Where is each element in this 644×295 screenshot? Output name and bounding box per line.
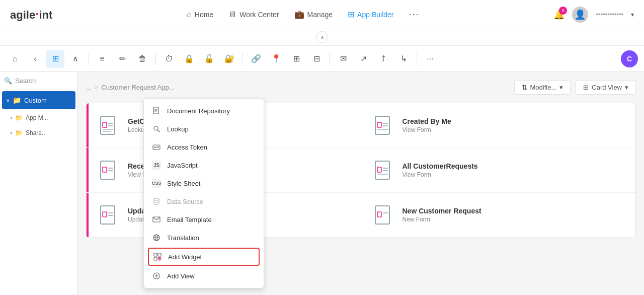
widget-icon — [153, 252, 162, 261]
toolbar-share2[interactable]: ⤴ — [374, 50, 392, 68]
top-nav-center: ⌂ Home 🖥 Work Center 💼 Manage ⊞ App Buil… — [187, 9, 419, 20]
sort-button[interactable]: ⇅ Modifie... ▾ — [514, 80, 571, 95]
toolbar-history[interactable]: ⏱ — [160, 50, 178, 68]
nav-manage[interactable]: 💼 Manage — [294, 10, 333, 19]
toolbar-location[interactable]: 📍 — [267, 50, 285, 68]
dropdown-stylesheet[interactable]: CSS Style Sheet — [144, 174, 264, 192]
nav-appbuilder[interactable]: ⊞ App Builder — [348, 10, 393, 19]
logo-dot: · — [35, 7, 39, 22]
card-text: New Customer Request New Form — [403, 207, 481, 223]
dropdown-label: Document Repository — [167, 107, 230, 115]
toolbar-send[interactable]: ↗ — [354, 50, 372, 68]
dropdown-add-view[interactable]: Add View — [144, 267, 264, 285]
manage-icon: 💼 — [294, 10, 304, 19]
toolbar-more[interactable]: ··· — [421, 50, 439, 68]
dropdown-access-token-label: Access Token — [167, 143, 207, 151]
toolbar-sep3 — [243, 53, 243, 65]
card-icon — [97, 158, 121, 182]
svg-line-5 — [157, 130, 159, 132]
card-subtitle: View Form — [403, 126, 451, 133]
collapse-button[interactable]: ∧ — [316, 31, 328, 43]
dropdown-access-token[interactable]: Access Token — [144, 138, 264, 156]
toolbar-sep5 — [417, 53, 417, 65]
sidebar-sub-folder-icon2: 📁 — [15, 129, 23, 136]
view-chevron: ▾ — [625, 84, 628, 91]
toolbar-sep4 — [330, 53, 330, 65]
card-item[interactable]: All CustomerRequests View Form — [361, 148, 636, 193]
sidebar-custom-label: Custom — [24, 97, 47, 104]
card-icon — [97, 113, 121, 137]
toolbar-expand[interactable]: ∧ — [66, 50, 85, 68]
nav-workcenter[interactable]: 🖥 Work Center — [228, 10, 279, 19]
dropdown-datasource-label: Data Source — [167, 198, 203, 205]
nav-home-label: Home — [195, 11, 213, 19]
sidebar-sub-arrow: › — [10, 114, 12, 121]
css-icon: CSS — [152, 179, 161, 188]
card-subtitle: New Form — [403, 216, 481, 223]
card-icon — [371, 158, 395, 182]
dropdown-document-repo[interactable]: Document Repository — [144, 102, 264, 120]
sidebar-search[interactable]: 🔍 Search — [0, 72, 77, 90]
globe-icon — [152, 233, 161, 242]
user-avatar[interactable]: 👤 — [572, 7, 588, 23]
notifications-button[interactable]: 🔔 0 — [553, 9, 565, 20]
dropdown-email-template[interactable]: Email Template — [144, 210, 264, 229]
nav-workcenter-label: Work Center — [239, 11, 279, 19]
dropdown-javascript[interactable]: JS JavaScript — [144, 156, 264, 174]
toolbar-export[interactable]: ↳ — [394, 50, 413, 68]
content-controls: ⇅ Modifie... ▾ ⊞ Card View ▾ — [514, 80, 636, 95]
breadcrumb: ... > Customer Request App... — [86, 84, 175, 91]
notif-badge: 0 — [559, 7, 567, 15]
dropdown-lookup[interactable]: Lookup — [144, 120, 264, 138]
home-icon: ⌂ — [187, 10, 192, 19]
card-title: Created By Me — [403, 117, 451, 125]
toolbar-share[interactable]: 🔗 — [247, 50, 265, 68]
view-label: Card View — [592, 84, 622, 91]
toolbar-home[interactable]: ⌂ — [6, 50, 24, 68]
dropdown-datasource[interactable]: Data Source — [144, 192, 264, 210]
breadcrumb-current: Customer Request App... — [101, 84, 174, 91]
sidebar-sub-folder-icon: 📁 — [15, 114, 23, 121]
sort-chevron: ▾ — [559, 84, 563, 91]
toolbar-delete[interactable]: 🗑 — [133, 50, 151, 68]
toolbar-grid[interactable]: ⊟ — [307, 50, 326, 68]
lookup-icon — [152, 124, 161, 133]
toolbar-lock2[interactable]: 🔐 — [220, 50, 238, 68]
toolbar-unlock[interactable]: 🔓 — [200, 50, 218, 68]
search-icon: 🔍 — [4, 77, 12, 85]
sidebar-sub-arrow2: › — [10, 129, 12, 136]
toolbar-app-menu[interactable]: ⊞ — [46, 50, 64, 68]
sidebar-sub-share[interactable]: › 📁 Share... — [0, 125, 77, 140]
nav-more-dots[interactable]: ··· — [409, 9, 419, 20]
toolbar-back[interactable]: ‹ — [26, 50, 44, 68]
top-nav: agile·int ⌂ Home 🖥 Work Center 💼 Manage … — [0, 0, 644, 29]
top-nav-right: 🔔 0 👤 •••••••••••• ▾ — [553, 7, 634, 23]
dropdown-translation[interactable]: Translation — [144, 229, 264, 247]
toolbar: ⌂ ‹ ⊞ ∧ ≡ ✏ 🗑 ⏱ 🔒 🔓 🔐 🔗 📍 ⊞ ⊟ ✉ ↗ ⤴ ↳ ··… — [0, 46, 644, 72]
workcenter-icon: 🖥 — [228, 10, 236, 19]
view-button[interactable]: ⊞ Card View ▾ — [576, 80, 636, 95]
toolbar-user-initial[interactable]: C — [621, 50, 638, 67]
dropdown-css-label: Style Sheet — [167, 180, 201, 187]
card-icon — [371, 203, 395, 227]
user-chevron[interactable]: ▾ — [631, 11, 634, 18]
sidebar-item-custom[interactable]: ∨ 📁 Custom — [2, 91, 75, 109]
card-item[interactable]: New Customer Request New Form — [361, 193, 636, 238]
user-name: •••••••••••• — [596, 11, 623, 18]
svg-rect-19 — [154, 257, 157, 260]
toolbar-lock[interactable]: 🔒 — [180, 50, 198, 68]
dropdown-add-widget[interactable]: Add Widget — [148, 248, 260, 266]
card-title: All CustomerRequests — [403, 162, 478, 170]
toolbar-edit[interactable]: ✏ — [113, 50, 131, 68]
nav-home[interactable]: ⌂ Home — [187, 10, 213, 19]
sidebar-sub-appm[interactable]: › 📁 App M... — [0, 110, 77, 125]
toolbar-email[interactable]: ✉ — [334, 50, 352, 68]
dropdown-translation-label: Translation — [167, 234, 199, 242]
toolbar-table[interactable]: ⊞ — [287, 50, 305, 68]
sidebar-sub-label: App M... — [26, 114, 48, 121]
card-item[interactable]: Created By Me View Form — [361, 103, 636, 148]
toolbar-list[interactable]: ≡ — [93, 50, 111, 68]
breadcrumb-root[interactable]: ... — [86, 84, 92, 91]
datasource-icon — [152, 197, 161, 206]
sidebar-sub-label2: Share... — [26, 129, 47, 136]
